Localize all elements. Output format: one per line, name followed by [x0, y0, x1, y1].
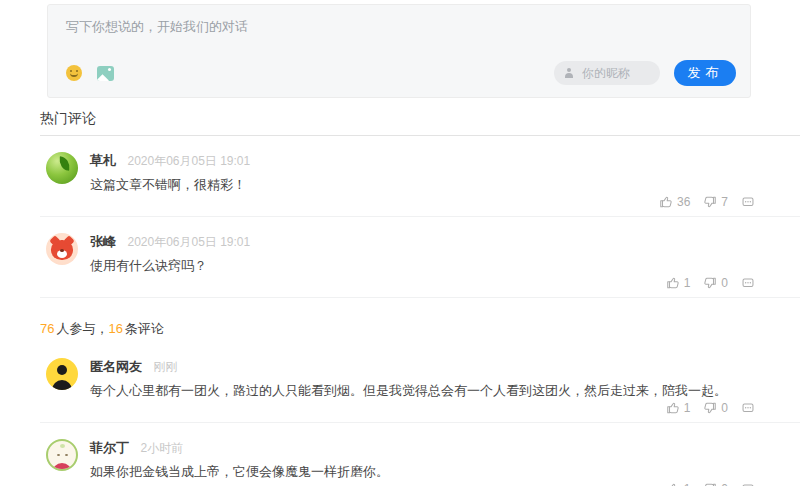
comment-row: 草札 2020年06月05日 19:01 这篇文章不错啊，很精彩！ 36: [40, 136, 800, 217]
comment-time: 2020年06月05日 19:01: [127, 154, 250, 168]
comment-widget: 发布 热门评论 草札 2020年06月05日 19:01 这篇文章不错啊，很精彩…: [40, 4, 800, 486]
like-button[interactable]: 1: [666, 276, 691, 290]
comment-time: 刚刚: [153, 360, 177, 374]
like-button[interactable]: 36: [659, 195, 690, 209]
reply-button[interactable]: [741, 482, 755, 486]
user-icon: [564, 68, 574, 78]
comment-row: 匿名网友 刚刚 每个人心里都有一团火，路过的人只能看到烟。但是我觉得总会有一个人…: [40, 342, 800, 423]
dislike-button[interactable]: 0: [703, 482, 728, 486]
comment-body: 匿名网友 刚刚 每个人心里都有一团火，路过的人只能看到烟。但是我觉得总会有一个人…: [90, 358, 800, 416]
comment-meta: 匿名网友 刚刚: [90, 358, 800, 375]
comment-meta: 草札 2020年06月05日 19:01: [90, 152, 800, 169]
comment-text: 如果你把金钱当成上帝，它便会像魔鬼一样折磨你。: [90, 463, 800, 481]
reply-button[interactable]: [741, 276, 755, 290]
comment-textarea[interactable]: [48, 5, 750, 60]
comment-time: 2小时前: [140, 441, 183, 455]
like-count: 1: [684, 276, 691, 290]
image-upload-icon[interactable]: [97, 66, 114, 81]
comment-actions: 1 0: [90, 400, 800, 416]
thumb-down-icon: [703, 482, 717, 486]
thumb-up-icon: [666, 276, 680, 290]
comment-meta: 张峰 2020年06月05日 19:01: [90, 233, 800, 250]
thumb-up-icon: [666, 401, 680, 415]
like-count: 1: [684, 482, 691, 486]
comment-actions: 1 0: [90, 275, 800, 291]
comment-text: 每个人心里都有一团火，路过的人只能看到烟。但是我觉得总会有一个人看到这团火，然后…: [90, 382, 800, 400]
thumb-up-icon: [666, 482, 680, 486]
nickname-field[interactable]: [554, 61, 660, 85]
like-count: 36: [677, 195, 690, 209]
comment-row: 张峰 2020年06月05日 19:01 使用有什么诀窍吗？ 1: [40, 217, 800, 298]
comments-count: 16: [108, 321, 122, 336]
latest-comment-list: 匿名网友 刚刚 每个人心里都有一团火，路过的人只能看到烟。但是我觉得总会有一个人…: [40, 342, 800, 486]
commenter-name: 匿名网友: [90, 359, 142, 374]
comment-body: 草札 2020年06月05日 19:01 这篇文章不错啊，很精彩！ 36: [90, 152, 800, 210]
reply-comment-icon: [741, 195, 755, 209]
composer-box: 发布: [47, 4, 751, 98]
emoji-smiley-icon[interactable]: [66, 65, 82, 81]
reply-comment-icon: [741, 401, 755, 415]
thumb-down-icon: [703, 276, 717, 290]
hot-comments-title: 热门评论: [40, 110, 800, 136]
comment-actions: 1 0: [90, 481, 800, 486]
comment-text: 使用有什么诀窍吗？: [90, 257, 800, 275]
dislike-button[interactable]: 0: [703, 276, 728, 290]
comment-meta: 菲尔丁 2小时前: [90, 439, 800, 456]
thumb-up-icon: [659, 195, 673, 209]
stats-line: 76人参与，16条评论: [40, 320, 800, 338]
like-button[interactable]: 1: [666, 401, 691, 415]
red-fox-avatar: [46, 233, 78, 265]
hot-comment-list: 草札 2020年06月05日 19:01 这篇文章不错啊，很精彩！ 36: [40, 136, 800, 298]
lamb-avatar: [46, 439, 78, 471]
thumb-down-icon: [703, 195, 717, 209]
comment-actions: 36 7: [90, 194, 800, 210]
publish-button[interactable]: 发布: [674, 60, 736, 86]
comments-label: 条评论: [125, 321, 164, 336]
dislike-count: 0: [721, 276, 728, 290]
commenter-name: 菲尔丁: [90, 440, 129, 455]
commenter-name: 张峰: [90, 234, 116, 249]
dislike-count: 0: [721, 401, 728, 415]
reply-comment-icon: [741, 276, 755, 290]
dislike-button[interactable]: 0: [703, 401, 728, 415]
green-orb-avatar: [46, 152, 78, 184]
comment-text: 这篇文章不错啊，很精彩！: [90, 176, 800, 194]
reply-button[interactable]: [741, 195, 755, 209]
anonymous-user-avatar: [46, 358, 78, 390]
like-button[interactable]: 1: [666, 482, 691, 486]
participants-count: 76: [40, 321, 54, 336]
nickname-input[interactable]: [580, 65, 650, 81]
comment-row: 菲尔丁 2小时前 如果你把金钱当成上帝，它便会像魔鬼一样折磨你。 1: [40, 423, 800, 486]
reply-comment-icon: [741, 482, 755, 486]
dislike-button[interactable]: 7: [703, 195, 728, 209]
commenter-name: 草札: [90, 153, 116, 168]
comment-time: 2020年06月05日 19:01: [127, 235, 250, 249]
participants-label: 人参与，: [56, 321, 108, 336]
dislike-count: 0: [721, 482, 728, 486]
thumb-down-icon: [703, 401, 717, 415]
composer-toolbar: 发布: [48, 60, 750, 97]
like-count: 1: [684, 401, 691, 415]
comment-body: 菲尔丁 2小时前 如果你把金钱当成上帝，它便会像魔鬼一样折磨你。 1: [90, 439, 800, 486]
comment-body: 张峰 2020年06月05日 19:01 使用有什么诀窍吗？ 1: [90, 233, 800, 291]
reply-button[interactable]: [741, 401, 755, 415]
dislike-count: 7: [721, 195, 728, 209]
